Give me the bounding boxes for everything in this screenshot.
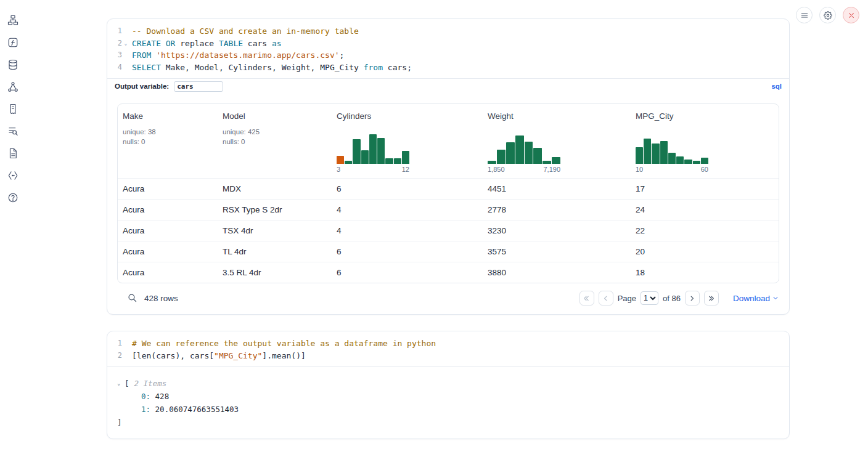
table-cell: Acura: [118, 220, 218, 241]
dependency-graph-icon[interactable]: [7, 81, 19, 92]
table-row: AcuraTSX 4dr4323022: [118, 220, 779, 241]
chevron-down-icon: [772, 294, 779, 302]
help-icon[interactable]: [7, 192, 19, 203]
output-tree-entry: 1: 20.060747663551403: [141, 403, 779, 416]
row-count: 428 rows: [144, 294, 178, 303]
table-cell: 20: [631, 241, 779, 262]
table-cell: 2778: [483, 200, 631, 220]
python-code-editor[interactable]: 1# We can reference the output variable …: [107, 331, 789, 366]
table-cell: 17: [631, 179, 779, 199]
code-line: 3FROM 'https://datasets.marimo.app/cars.…: [107, 49, 789, 62]
fold-chevron-icon[interactable]: ⌄: [122, 38, 129, 50]
items-count: 2 Items: [134, 377, 167, 390]
close-icon: [847, 11, 856, 20]
documentation-icon[interactable]: [7, 147, 19, 159]
column-stats: unique: 38nulls: 0: [123, 127, 213, 147]
table-cell: Acura: [118, 200, 218, 220]
code-line: 4SELECT Make, Model, Cylinders, Weight, …: [107, 62, 789, 74]
chevron-left-icon: [602, 294, 610, 302]
code-line: 2[len(cars), cars["MPG_City"].mean()]: [107, 350, 789, 362]
table-header: Makeunique: 38nulls: 0Modelunique: 425nu…: [118, 104, 779, 178]
table-row: AcuraRSX Type S 2dr4277824: [118, 199, 779, 220]
table-cell: 6: [332, 241, 483, 262]
sidebar: [7, 14, 19, 203]
code-line: 1# We can reference the output variable …: [107, 338, 789, 350]
scratchpad-icon[interactable]: [7, 36, 19, 48]
table-row: AcuraMDX6445117: [118, 178, 779, 199]
table-cell: 4: [332, 200, 483, 220]
topbar: [796, 7, 859, 23]
next-page-button[interactable]: [685, 291, 700, 305]
column-header-make[interactable]: Makeunique: 38nulls: 0: [118, 104, 218, 178]
search-icon[interactable]: [127, 293, 138, 304]
column-header-model[interactable]: Modelunique: 425nulls: 0: [218, 104, 332, 178]
page-label: Page: [618, 294, 636, 303]
snippets-icon[interactable]: [7, 169, 19, 181]
table-cell: 22: [631, 220, 779, 241]
table-row: Acura3.5 RL 4dr6388018: [118, 262, 779, 283]
datasources-icon[interactable]: [7, 59, 19, 70]
table-cell: 4451: [483, 179, 631, 199]
table-cell: 4: [332, 220, 483, 241]
data-table: Makeunique: 38nulls: 0Modelunique: 425nu…: [117, 103, 779, 283]
column-header-cylinders[interactable]: Cylinders312: [332, 104, 483, 178]
table-cell: Acura: [118, 262, 218, 283]
table-row: AcuraTL 4dr6357520: [118, 241, 779, 262]
table-of-contents-icon[interactable]: [7, 125, 19, 137]
table-cell: Acura: [118, 241, 218, 262]
pagination: Page 1 of 86 Download: [579, 291, 779, 305]
python-cell: 1# We can reference the output variable …: [107, 331, 790, 439]
prev-page-button[interactable]: [599, 291, 613, 305]
output-tree-root: ⌄ [ 2 Items: [117, 377, 779, 390]
column-header-mpg_city[interactable]: MPG_City1060: [631, 104, 779, 178]
gear-icon: [824, 11, 832, 20]
output-variable-label: Output variable:: [115, 83, 169, 90]
sql-cell: 1-- Download a CSV and create an in-memo…: [107, 18, 790, 315]
last-page-button[interactable]: [704, 291, 719, 305]
table-body: AcuraMDX6445117AcuraRSX Type S 2dr427782…: [118, 178, 779, 283]
output-tree-entry: 0: 428: [141, 390, 779, 403]
python-output: ⌄ [ 2 Items 0: 4281: 20.060747663551403 …: [107, 366, 789, 439]
download-button[interactable]: Download: [733, 294, 779, 303]
table-cell: 3880: [483, 262, 631, 283]
table-cell: 3.5 RL 4dr: [218, 262, 332, 283]
table-cell: 6: [332, 262, 483, 283]
table-cell: RSX Type S 2dr: [218, 200, 332, 220]
settings-button[interactable]: [819, 7, 836, 23]
close-bracket: ]: [117, 416, 779, 429]
language-badge: sql: [771, 83, 782, 90]
output-variable-input[interactable]: [174, 81, 223, 92]
table-cell: 6: [332, 179, 483, 199]
first-page-button[interactable]: [579, 291, 594, 305]
column-stats: unique: 425nulls: 0: [223, 127, 327, 147]
notebook-main: 1-- Download a CSV and create an in-memo…: [107, 18, 790, 439]
shutdown-button[interactable]: [843, 7, 859, 23]
table-footer: 428 rows Page 1 of 86 Download: [117, 288, 779, 314]
column-header-weight[interactable]: Weight1,8507,190: [483, 104, 631, 178]
table-cell: Acura: [118, 179, 218, 199]
table-cell: 18: [631, 262, 779, 283]
code-line: 2⌄CREATE OR replace TABLE cars as: [107, 38, 789, 50]
output-variable-bar: Output variable: sql: [107, 78, 789, 94]
chevrons-left-icon: [583, 294, 591, 302]
histogram-weight[interactable]: 1,8507,190: [488, 133, 560, 173]
histogram-mpg_city[interactable]: 1060: [636, 133, 708, 173]
chevron-right-icon: [688, 294, 696, 302]
table-cell: 3230: [483, 220, 631, 241]
download-label: Download: [733, 294, 770, 303]
histogram-cylinders[interactable]: 312: [337, 133, 409, 173]
page-select[interactable]: 1: [641, 291, 658, 305]
table-cell: 24: [631, 200, 779, 220]
menu-button[interactable]: [796, 7, 813, 23]
table-cell: 3575: [483, 241, 631, 262]
table-cell: MDX: [218, 179, 332, 199]
table-cell: TSX 4dr: [218, 220, 332, 241]
sql-code-editor[interactable]: 1-- Download a CSV and create an in-memo…: [107, 19, 789, 78]
table-cell: TL 4dr: [218, 241, 332, 262]
logs-icon[interactable]: [7, 103, 19, 115]
file-tree-icon[interactable]: [7, 14, 19, 26]
chevrons-right-icon: [707, 294, 715, 302]
open-bracket: [: [125, 377, 129, 390]
hamburger-icon: [800, 11, 809, 20]
collapse-chevron-icon[interactable]: ⌄: [117, 377, 125, 390]
